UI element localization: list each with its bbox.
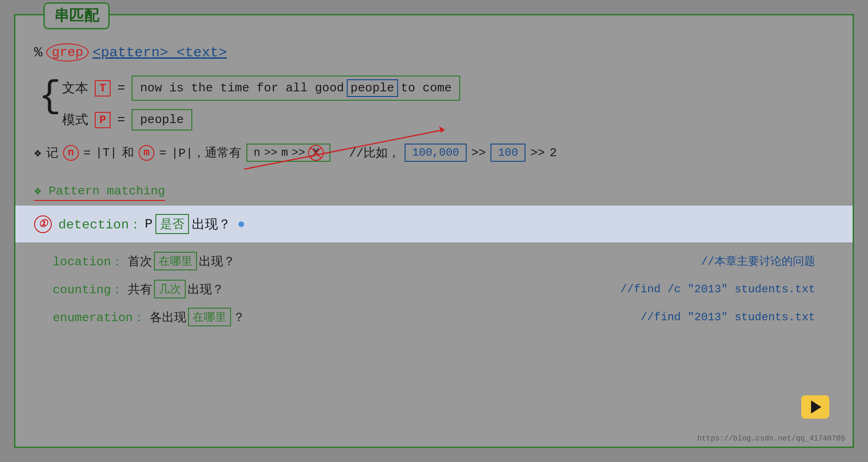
formula-comment-prefix: //比如， <box>349 145 400 161</box>
sub-items-container: location： 首次 在哪里 出现？ //本章主要讨论的问题 countin… <box>34 242 834 345</box>
detection-section: ① detection： P 是否 出现？ <box>15 206 853 242</box>
location-label: location： <box>53 253 123 269</box>
location-comment: //本章主要讨论的问题 <box>701 254 815 269</box>
enumeration-chinese: 各出现 在哪里 ？ <box>150 308 245 326</box>
detection-text: detection： P 是否 出现？ <box>58 214 244 234</box>
brace-icon: { <box>39 78 61 115</box>
pattern-label-chinese: 模式 <box>62 111 88 129</box>
formula-eq2: = <box>159 146 167 160</box>
enumeration-comment: //find "2013" students.txt <box>641 311 815 324</box>
formula-mp-abs: |P|，通常有 <box>171 145 242 161</box>
text-row: 文本 T = now is the time for all good peop… <box>62 76 834 101</box>
enumeration-left: enumeration： 各出现 在哪里 ？ <box>53 308 245 326</box>
formula-gt1: >> <box>264 146 278 159</box>
grep-args: <pattern> <text> <box>92 45 227 61</box>
title-badge: 串匹配 <box>43 2 110 29</box>
pattern-row: 模式 P = people <box>62 109 834 131</box>
main-container: 串匹配 % grep <pattern> <text> { 文本 T = now… <box>14 14 854 448</box>
counting-suffix: 出现？ <box>188 281 224 297</box>
counting-label: counting： <box>53 281 123 297</box>
counting-box: 几次 <box>154 280 186 298</box>
formula-nt-abs: |T| <box>95 146 117 160</box>
detection-label: detection： <box>58 215 142 233</box>
text-label-chinese: 文本 <box>62 79 88 97</box>
formula-gt3: >> <box>471 146 486 160</box>
text-content-box: now is the time for all good people to c… <box>132 76 460 101</box>
text-pattern-section: { 文本 T = now is the time for all good pe… <box>34 76 834 131</box>
pattern-matching-label: ❖ Pattern matching <box>34 183 165 201</box>
detection-p: P <box>145 217 153 231</box>
counting-prefix: 共有 <box>128 281 152 297</box>
text-label-box: T <box>95 80 111 97</box>
example-val-3: 2 <box>550 146 557 160</box>
blue-dot-icon <box>238 221 244 227</box>
location-suffix: 出现？ <box>199 253 235 269</box>
percent-sign: % <box>34 45 42 61</box>
title-text: 串匹配 <box>54 8 99 25</box>
detection-appear: 出现？ <box>192 215 231 233</box>
pattern-label-box: P <box>95 112 111 128</box>
text-people-highlight: people <box>347 79 398 97</box>
shishi-box: 是否 <box>155 214 189 234</box>
enumeration-label: enumeration： <box>53 309 145 325</box>
location-prefix: 首次 <box>128 253 152 269</box>
formula-box-n: n <box>254 146 260 159</box>
counting-item: counting： 共有 几次 出现？ //find /c "2013" stu… <box>53 280 815 298</box>
formula-box-m: m <box>281 146 288 159</box>
formula-inequality-box: n >> m >> X <box>246 144 330 162</box>
formula-line: ❖ 记 n = |T| 和 m = |P|，通常有 n >> m >> X //… <box>34 144 834 162</box>
location-chinese: 首次 在哪里 出现？ <box>128 252 235 270</box>
grep-keyword: grep <box>46 43 89 62</box>
location-item: location： 首次 在哪里 出现？ //本章主要讨论的问题 <box>53 252 815 270</box>
formula-bullet: ❖ <box>34 145 42 160</box>
enumeration-item: enumeration： 各出现 在哪里 ？ //find "2013" stu… <box>53 308 815 326</box>
enumeration-box: 在哪里 <box>188 308 231 326</box>
formula-x-crossed: X <box>309 146 323 159</box>
example-val-2: 100 <box>498 146 518 159</box>
counting-comment: //find /c "2013" students.txt <box>620 283 815 296</box>
pattern-equals: = <box>117 113 125 127</box>
formula-m-circle: m <box>139 145 154 161</box>
formula-eq1: = <box>84 146 91 160</box>
example-val-1: 100,000 <box>412 146 459 159</box>
url-watermark: https://blog.csdn.net/qq_41740705 <box>697 434 845 443</box>
text-prefix: now is the time for all good <box>140 81 344 95</box>
location-left: location： 首次 在哪里 出现？ <box>53 252 235 270</box>
location-box: 在哪里 <box>154 252 197 270</box>
grep-line: % grep <pattern> <text> <box>34 43 834 62</box>
formula-gt4: >> <box>530 146 545 160</box>
enumeration-prefix: 各出现 <box>150 309 186 325</box>
formula-ji: 记 <box>46 145 58 161</box>
enumeration-suffix: ？ <box>233 309 245 325</box>
pattern-matching-container: ❖ Pattern matching <box>34 172 834 201</box>
formula-gt2: >> <box>292 146 305 159</box>
x-cross-circle <box>308 145 324 161</box>
counting-left: counting： 共有 几次 出现？ <box>53 280 224 298</box>
detection-number: ① <box>34 215 52 233</box>
text-suffix: to come <box>401 81 452 95</box>
pattern-content: people <box>140 113 184 127</box>
formula-n-circle: n <box>63 145 79 161</box>
pattern-content-box: people <box>132 109 192 131</box>
play-triangle-icon <box>811 400 821 414</box>
example-box-2: 100 <box>490 144 525 162</box>
example-box-1: 100,000 <box>405 144 467 162</box>
counting-chinese: 共有 几次 出现？ <box>128 280 224 298</box>
play-button[interactable] <box>801 395 829 419</box>
formula-and: 和 <box>122 145 134 161</box>
text-equals: = <box>117 81 125 96</box>
